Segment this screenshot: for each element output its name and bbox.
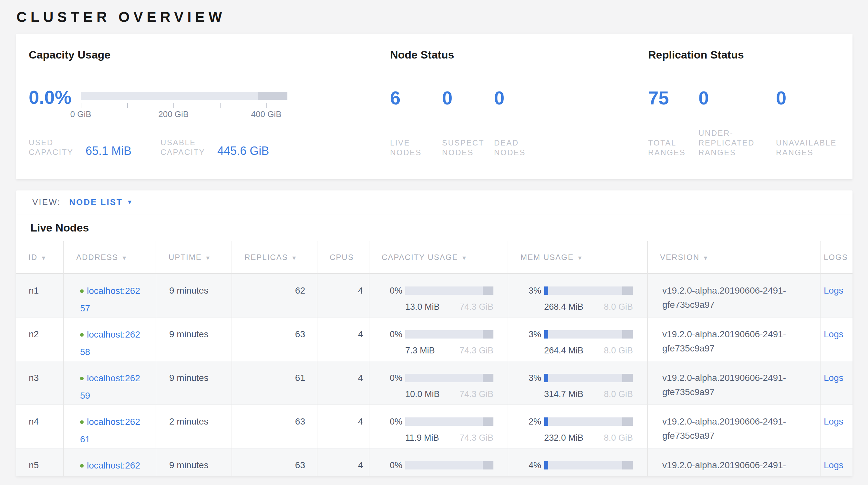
memory-total-value: 8.0 GiB — [604, 301, 633, 313]
node-version-cell: v19.2.0-alpha.20190606-2491-gfe735c9a97 — [647, 317, 820, 361]
node-logs-cell: Logs — [820, 449, 852, 476]
capacity-percent: 0% — [379, 372, 402, 384]
stat-live-nodes: 6 LIVE NODES — [390, 88, 442, 158]
memory-percent: 3% — [518, 372, 541, 384]
node-uptime-cell: 9 minutes — [156, 274, 232, 317]
replication-status-title: Replication Status — [648, 49, 744, 61]
column-header-address[interactable]: ADDRESS▼ — [64, 241, 156, 274]
node-address-link[interactable]: localhost:26258 — [80, 330, 140, 357]
axis-tick-label: 200 GiB — [158, 109, 189, 119]
memory-meter-labels: 232.0 MiB 8.0 GiB — [544, 431, 633, 444]
stat-value: 0 — [494, 88, 546, 108]
capacity-percent: 0% — [379, 284, 402, 297]
capacity-meter: 0% — [379, 372, 493, 384]
capacity-gauge-track — [81, 92, 287, 100]
table-row: n3 localhost:26259 9 minutes 61 4 0% 10.… — [16, 361, 852, 405]
memory-used-value: 329.6 MiB — [544, 475, 584, 476]
column-label: CPUS — [330, 253, 354, 262]
capacity-used-value: 12.4 MiB — [405, 475, 440, 476]
capacity-meter-labels: 12.4 MiB 74.3 GiB — [405, 475, 493, 476]
sort-caret-icon: ▼ — [205, 255, 212, 261]
view-dropdown[interactable]: NODE LIST ▾ — [69, 197, 131, 207]
node-id-cell: n5 — [16, 449, 64, 476]
logs-link[interactable]: Logs — [824, 460, 843, 470]
column-label: UPTIME — [168, 253, 202, 262]
memory-meter-end-segment — [622, 461, 633, 469]
logs-link[interactable]: Logs — [824, 329, 843, 339]
capacity-total-value: 74.3 GiB — [460, 344, 493, 357]
stat-value: 0 — [699, 88, 776, 108]
column-header-capacity[interactable]: CAPACITY USAGE▼ — [369, 241, 508, 274]
axis-tick — [174, 103, 174, 108]
column-header-version[interactable]: VERSION▼ — [647, 241, 820, 274]
node-address-link[interactable]: localhost:26257 — [80, 286, 140, 313]
stat-label: UNAVAILABLE RANGES — [776, 138, 845, 158]
logs-link[interactable]: Logs — [824, 286, 843, 295]
node-status-stats: 6 LIVE NODES 0 SUSPECT NODES 0 DEAD NODE… — [390, 88, 546, 158]
capacity-meter-labels: 10.0 MiB 74.3 GiB — [405, 388, 493, 401]
memory-meter-labels: 264.4 MiB 8.0 GiB — [544, 344, 633, 357]
capacity-meter-end-segment — [483, 418, 493, 426]
cluster-summary-card: Capacity Usage 0.0% 0 GiB 200 GiB 400 Gi… — [16, 34, 852, 179]
capacity-meter-track — [405, 461, 493, 469]
replication-status-stats: 75 TOTAL RANGES 0 UNDER-REPLICATED RANGE… — [648, 88, 860, 158]
capacity-stats: USED CAPACITY 65.1 MiB USABLE CAPACITY 4… — [29, 138, 269, 157]
live-status-dot-icon — [80, 377, 84, 380]
capacity-meter-labels: 7.3 MiB 74.3 GiB — [405, 344, 493, 357]
column-header-uptime[interactable]: UPTIME▼ — [156, 241, 232, 274]
memory-percent: 3% — [518, 328, 541, 341]
stat-value: 6 — [390, 88, 442, 108]
capacity-used-value: 11.9 MiB — [405, 431, 439, 444]
memory-meter-fill — [544, 374, 548, 382]
memory-percent: 3% — [518, 284, 541, 297]
column-header-replicas[interactable]: REPLICAS▼ — [232, 241, 317, 274]
memory-meter: 3% — [518, 328, 633, 341]
nodes-table-body: n1 localhost:26257 9 minutes 62 4 0% 13.… — [16, 274, 852, 476]
capacity-total-value: 74.3 GiB — [460, 475, 493, 476]
logs-link[interactable]: Logs — [824, 373, 843, 383]
node-capacity-usage-cell: 0% 13.0 MiB 74.3 GiB — [369, 274, 508, 317]
memory-meter-fill — [544, 418, 548, 426]
node-mem-usage-cell: 3% 264.4 MiB 8.0 GiB — [508, 317, 647, 361]
stat-total-ranges: 75 TOTAL RANGES — [648, 88, 699, 158]
column-label: REPLICAS — [244, 253, 288, 262]
stat-label: LIVE NODES — [390, 138, 435, 158]
live-nodes-table: ID▼ADDRESS▼UPTIME▼REPLICAS▼CPUSCAPACITY … — [16, 241, 852, 476]
node-address-link[interactable]: localhost:26259 — [80, 373, 140, 401]
memory-meter-fill — [544, 286, 548, 295]
memory-total-value: 8.0 GiB — [604, 475, 633, 476]
capacity-meter-end-segment — [483, 461, 493, 469]
capacity-total-value: 74.3 GiB — [460, 388, 493, 401]
node-replicas-cell: 61 — [232, 361, 317, 405]
column-label: CAPACITY USAGE — [382, 253, 458, 262]
memory-percent: 2% — [518, 415, 541, 428]
node-mem-usage-cell: 3% 314.7 MiB 8.0 GiB — [508, 361, 647, 405]
column-label: ADDRESS — [76, 253, 118, 262]
node-id-cell: n1 — [16, 274, 64, 317]
node-mem-usage-cell: 3% 268.4 MiB 8.0 GiB — [508, 274, 647, 317]
logs-link[interactable]: Logs — [824, 417, 843, 426]
capacity-usage-section: Capacity Usage 0.0% 0 GiB 200 GiB 400 Gi… — [29, 34, 377, 179]
node-capacity-usage-cell: 0% 10.0 MiB 74.3 GiB — [369, 361, 508, 405]
stat-value: 75 — [648, 88, 699, 108]
memory-meter-labels: 268.4 MiB 8.0 GiB — [544, 301, 633, 313]
column-label: MEM USAGE — [521, 253, 574, 262]
usable-capacity-label: USABLE CAPACITY — [160, 138, 212, 157]
memory-total-value: 8.0 GiB — [604, 388, 633, 401]
live-status-dot-icon — [80, 464, 84, 467]
node-version-cell: v19.2.0-alpha.20190606-2491-gfe735c9a97 — [647, 274, 820, 317]
node-version-cell: v19.2.0-alpha.20190606-2491-gfe735c9a97 — [647, 361, 820, 405]
node-address-link[interactable]: localhost:26261 — [80, 417, 140, 444]
capacity-meter-labels: 13.0 MiB 74.3 GiB — [405, 301, 493, 313]
column-header-id[interactable]: ID▼ — [16, 241, 64, 274]
node-logs-cell: Logs — [820, 405, 852, 449]
memory-total-value: 8.0 GiB — [604, 344, 633, 357]
node-list-card: VIEW: NODE LIST ▾ Live Nodes ID▼ADDRESS▼… — [16, 191, 852, 476]
capacity-meter-track — [405, 286, 493, 295]
capacity-meter-end-segment — [483, 286, 493, 295]
memory-meter-labels: 329.6 MiB 8.0 GiB — [544, 475, 633, 476]
node-address-link[interactable]: localhost:26262 — [80, 460, 140, 476]
node-uptime-cell: 9 minutes — [156, 361, 232, 405]
column-label: LOGS — [824, 253, 848, 262]
column-header-mem[interactable]: MEM USAGE▼ — [508, 241, 647, 274]
